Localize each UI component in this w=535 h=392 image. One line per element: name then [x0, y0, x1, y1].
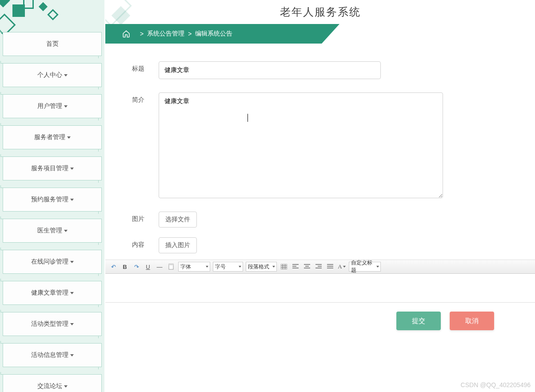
page-icon[interactable] [167, 262, 176, 271]
app-title: 老年人服务系统 [280, 5, 361, 19]
custom-title-select[interactable]: 自定义标题 [349, 262, 381, 272]
underline-button[interactable]: U [144, 262, 152, 271]
bold-button[interactable]: B [120, 262, 129, 271]
sidebar-item-label: 活动类型管理 [31, 320, 68, 328]
sidebar: 首页个人中心用户管理服务者管理服务项目管理预约服务管理医生管理在线问诊管理健康文… [0, 0, 104, 392]
chevron-down-icon [70, 168, 74, 170]
form: 标题 简介 图片 选择文件 内容 插入图片 ↶ B ↷ U — 字体 字号 [105, 44, 535, 339]
choose-file-button[interactable]: 选择文件 [159, 212, 197, 228]
sidebar-item-label: 个人中心 [37, 71, 62, 79]
sidebar-item-label: 首页 [46, 40, 59, 48]
sidebar-item-11[interactable]: 交流论坛 [3, 374, 102, 392]
main-area: 老年人服务系统 > 系统公告管理 > 编辑系统公告 标题 简介 图片 选择文件 … [105, 0, 535, 392]
editor-toolbar: ↶ B ↷ U — 字体 字号 段落格式 A 自定义标题 [105, 260, 535, 274]
align-left-icon[interactable] [291, 262, 300, 271]
font-color-button[interactable]: A [337, 262, 346, 271]
sidebar-item-label: 健康文章管理 [31, 289, 68, 297]
sidebar-item-label: 交流论坛 [37, 382, 62, 390]
chevron-down-icon [67, 136, 71, 139]
chevron-down-icon [70, 199, 74, 201]
home-icon[interactable] [122, 30, 130, 38]
sidebar-item-label: 服务项目管理 [31, 164, 68, 172]
sidebar-item-6[interactable]: 医生管理 [3, 219, 102, 243]
chevron-down-icon [70, 261, 74, 263]
cancel-button[interactable]: 取消 [450, 312, 494, 330]
breadcrumb: > 系统公告管理 > 编辑系统公告 [105, 24, 535, 44]
sidebar-item-0[interactable]: 首页 [3, 32, 102, 56]
sidebar-item-label: 活动信息管理 [31, 351, 68, 359]
align-right-icon[interactable] [314, 262, 323, 271]
sidebar-item-label: 医生管理 [37, 227, 62, 235]
intro-label: 简介 [132, 92, 159, 104]
sidebar-item-label: 在线问诊管理 [31, 258, 68, 266]
image-label: 图片 [132, 212, 159, 223]
sidebar-item-4[interactable]: 服务项目管理 [3, 156, 102, 180]
sidebar-item-9[interactable]: 活动类型管理 [3, 312, 102, 336]
breadcrumb-sep: > [188, 30, 192, 37]
intro-textarea[interactable] [159, 92, 443, 198]
chevron-down-icon [70, 323, 74, 325]
breadcrumb-item-2: 编辑系统公告 [195, 30, 232, 38]
chevron-down-icon [64, 74, 68, 76]
rich-text-editor: ↶ B ↷ U — 字体 字号 段落格式 A 自定义标题 [105, 260, 535, 303]
chevron-down-icon [64, 230, 68, 232]
undo-icon[interactable]: ↶ [109, 262, 118, 271]
sidebar-item-5[interactable]: 预约服务管理 [3, 188, 102, 212]
watermark: CSDN @QQ_402205496 [461, 381, 531, 388]
sidebar-item-3[interactable]: 服务者管理 [3, 125, 102, 149]
app-header: 老年人服务系统 [105, 0, 535, 24]
sidebar-item-2[interactable]: 用户管理 [3, 94, 102, 118]
header-decoration [105, 0, 141, 24]
paragraph-select[interactable]: 段落格式 [246, 262, 277, 272]
sidebar-item-8[interactable]: 健康文章管理 [3, 281, 102, 305]
font-family-select[interactable]: 字体 [178, 262, 210, 272]
content-label: 内容 [132, 237, 159, 249]
editor-content[interactable] [105, 274, 535, 302]
sidebar-item-label: 用户管理 [37, 102, 62, 110]
text-cursor-icon [248, 114, 248, 122]
align-center-icon[interactable] [303, 262, 311, 271]
chevron-down-icon [64, 385, 68, 388]
sidebar-item-1[interactable]: 个人中心 [3, 63, 102, 87]
breadcrumb-item-1[interactable]: 系统公告管理 [147, 30, 184, 38]
insert-image-button[interactable]: 插入图片 [159, 237, 197, 253]
redo-icon[interactable]: ↷ [132, 262, 141, 271]
sidebar-item-label: 服务者管理 [34, 133, 65, 141]
submit-button[interactable]: 提交 [396, 312, 441, 330]
svg-rect-1 [169, 264, 173, 265]
sidebar-item-7[interactable]: 在线问诊管理 [3, 250, 102, 274]
form-actions: 提交 取消 [132, 303, 508, 330]
chevron-down-icon [70, 292, 74, 294]
hr-button[interactable]: — [155, 262, 164, 271]
chevron-down-icon [64, 105, 68, 108]
chevron-down-icon [70, 354, 74, 356]
sidebar-item-label: 预约服务管理 [31, 196, 68, 204]
sidebar-item-10[interactable]: 活动信息管理 [3, 343, 102, 367]
title-label: 标题 [132, 61, 159, 73]
svg-rect-2 [281, 264, 287, 269]
breadcrumb-sep: > [140, 30, 144, 37]
title-input[interactable] [159, 61, 381, 79]
sidebar-decoration [0, 0, 104, 31]
align-justify-icon[interactable] [326, 262, 335, 271]
font-size-select[interactable]: 字号 [213, 262, 243, 272]
table-icon[interactable] [279, 262, 288, 271]
